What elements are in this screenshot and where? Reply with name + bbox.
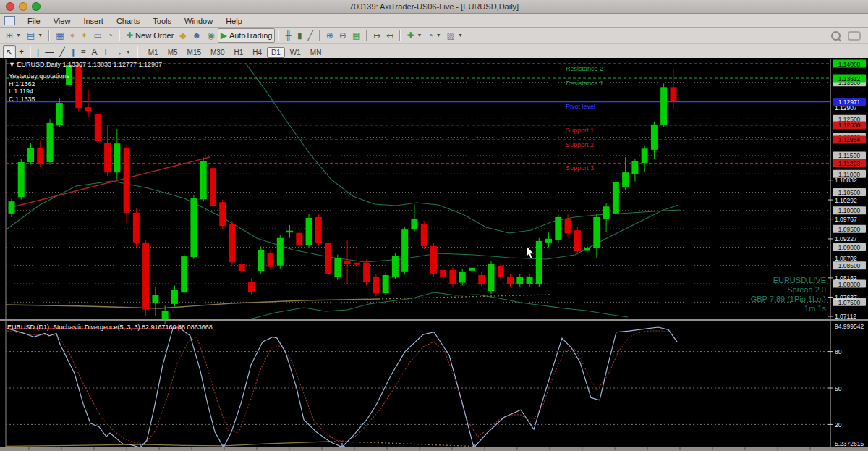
chevron-down-icon: ▼ — [417, 29, 422, 42]
menu-charts[interactable]: Charts — [110, 15, 146, 27]
timeframe-h1-button[interactable]: H1 — [229, 47, 247, 58]
level-label: Resistance 2 — [566, 65, 603, 72]
zoom-out-button[interactable]: ⊖ — [336, 28, 349, 43]
price-axis-label: 1.09227 — [835, 235, 857, 243]
indicator-axis-label: 50 — [835, 385, 842, 392]
bar-chart-button[interactable]: ╫ — [282, 28, 294, 43]
navigator-icon: ✦ — [80, 29, 88, 42]
menu-help[interactable]: Help — [219, 15, 249, 27]
menu-window[interactable]: Window — [178, 15, 219, 27]
timeframe-m1-button[interactable]: M1 — [144, 47, 163, 58]
candle-body — [373, 277, 379, 293]
market-watch-icon: ▦ — [56, 29, 64, 42]
profiles-button[interactable]: ▤▼ — [24, 28, 46, 43]
menu-view[interactable]: View — [47, 15, 77, 27]
experts-button[interactable]: ☻ — [190, 28, 205, 43]
metaeditor-button[interactable]: ◆ — [176, 28, 189, 43]
candle-body — [37, 148, 43, 164]
timeframe-d1-button[interactable]: D1 — [267, 47, 285, 58]
level-label: Resistance 1 — [566, 80, 603, 87]
market-watch-button[interactable]: ▦ — [53, 28, 67, 43]
price-axis-label: 1.08162 — [835, 274, 857, 282]
timeframe-h4-button[interactable]: H4 — [248, 47, 266, 58]
indicators-button[interactable]: ✚▼ — [404, 28, 425, 43]
candle-body — [306, 218, 312, 245]
timeframe-w1-button[interactable]: W1 — [286, 47, 305, 58]
search-icon[interactable] — [831, 31, 841, 41]
data-window-button[interactable]: ⌖ — [67, 28, 78, 43]
timeframe-m30-button[interactable]: M30 — [206, 47, 229, 58]
new-chart-button[interactable]: ⊞▼ — [3, 28, 24, 43]
candle-body — [210, 168, 216, 206]
chevron-down-icon: ▼ — [38, 29, 43, 42]
level-label: Support 2 — [566, 141, 594, 148]
price-badge-gray-label: 1.11500 — [838, 152, 860, 159]
candle-body — [642, 148, 648, 163]
line-chart-button[interactable]: ╱ — [305, 28, 316, 43]
candle-body — [392, 256, 399, 277]
timeframe-m5-button[interactable]: M5 — [163, 47, 182, 58]
candle-body — [565, 219, 571, 233]
candle-body — [171, 290, 178, 304]
candlestick-chart-icon: ▮ — [297, 29, 302, 42]
channel-icon: ∥ — [70, 46, 75, 59]
horizontal-line-button[interactable]: — — [42, 45, 56, 59]
arrows-button[interactable]: →▼ — [111, 45, 134, 59]
bar-chart-icon: ╫ — [285, 29, 292, 42]
auto-scroll-icon: ↦ — [373, 29, 380, 42]
text-button[interactable]: A — [88, 45, 100, 59]
vertical-line-button[interactable]: | — [34, 45, 42, 59]
chart-shift-button[interactable]: ↤ — [383, 28, 396, 43]
tile-windows-button[interactable]: ▦ — [349, 28, 363, 43]
price-axis-label: 1.10832 — [835, 177, 857, 184]
menu-insert[interactable]: Insert — [77, 15, 110, 27]
candle-body — [516, 277, 523, 284]
fibonacci-button[interactable]: ≡ — [77, 45, 88, 59]
crosshair-icon: + — [19, 46, 24, 59]
account-overlay-line: EURUSD.LIVE — [773, 276, 826, 284]
zoom-in-button[interactable]: ⊕ — [323, 28, 336, 43]
chart-shift-icon: ↤ — [386, 29, 393, 42]
toolbar-separator — [366, 30, 367, 41]
toolbar-separator — [30, 46, 31, 58]
autotrading-button[interactable]: ▶AutoTrading — [218, 28, 276, 43]
price-badge-gray-label: 1.10500 — [838, 189, 861, 196]
chat-icon[interactable] — [848, 31, 861, 41]
templates-button[interactable]: ▨▼ — [444, 28, 466, 43]
scripts-icon: ◉ — [207, 29, 214, 42]
toolbar-separator — [137, 46, 138, 58]
periods-button[interactable]: ◔▼ — [425, 28, 443, 43]
channel-button[interactable]: ∥ — [67, 45, 77, 59]
trendline-button[interactable]: ╱ — [56, 45, 67, 59]
menu-file[interactable]: File — [21, 15, 47, 27]
strategy-tester-button[interactable]: ◔ — [105, 28, 116, 43]
chart-canvas[interactable]: 1.135001.125001.120001.115001.110001.105… — [0, 58, 868, 451]
candle-body — [258, 250, 264, 271]
candle-body — [622, 172, 629, 187]
new-order-button[interactable]: ✚New Order — [123, 28, 176, 43]
text-label-button[interactable]: T — [100, 45, 111, 59]
crosshair-button[interactable]: + — [16, 45, 27, 59]
candle-body — [9, 201, 15, 214]
terminal-button[interactable]: ▭ — [90, 28, 104, 43]
navigator-button[interactable]: ✦ — [77, 28, 90, 43]
candle-body — [181, 256, 187, 292]
toolbar-separator — [319, 30, 320, 41]
price-axis-label: 1.09767 — [835, 216, 857, 223]
timeframe-m15-button[interactable]: M15 — [183, 47, 205, 58]
terminal-icon: ▭ — [93, 29, 101, 42]
auto-scroll-button[interactable]: ↦ — [370, 28, 383, 43]
indicators-icon: ✚ — [407, 29, 414, 42]
candlestick-chart-button[interactable]: ▮ — [294, 28, 305, 43]
candle-body — [651, 125, 658, 150]
scripts-button[interactable]: ◉ — [204, 28, 217, 43]
candle-body — [277, 238, 284, 266]
candle-body — [268, 253, 274, 267]
cursor-button[interactable]: ↖ — [3, 45, 16, 59]
menu-tools[interactable]: Tools — [146, 15, 178, 27]
price-axis-label: 1.07637 — [835, 294, 857, 301]
timeframe-mn-button[interactable]: MN — [306, 47, 326, 58]
chart-window-icon[interactable] — [4, 16, 15, 25]
candle-body — [670, 87, 676, 101]
candle-body — [660, 87, 667, 125]
